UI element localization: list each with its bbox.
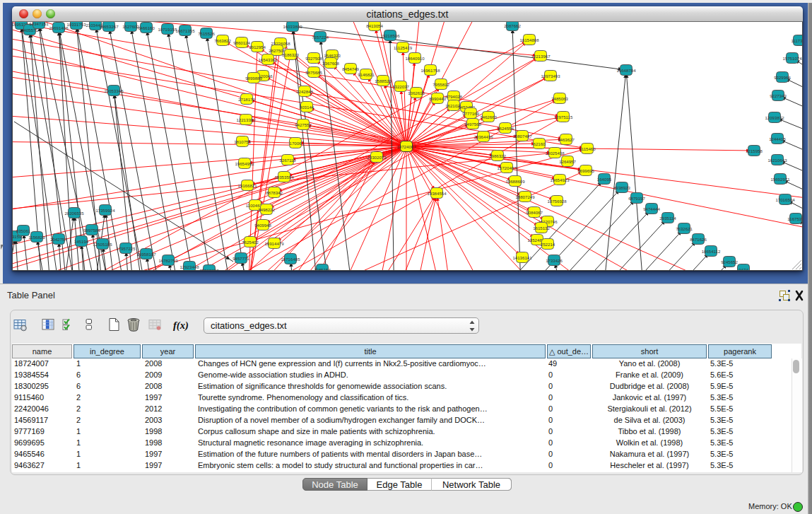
- svg-text:2367608: 2367608: [322, 61, 339, 66]
- svg-text:5322037: 5322037: [392, 84, 409, 89]
- svg-text:10025438: 10025438: [545, 151, 565, 156]
- svg-text:10719155: 10719155: [158, 27, 177, 32]
- svg-text:14136141: 14136141: [512, 255, 532, 260]
- svg-text:9699695: 9699695: [577, 168, 594, 173]
- svg-text:7515526: 7515526: [198, 31, 215, 36]
- svg-text:1167533: 1167533: [787, 216, 803, 221]
- svg-text:3267110: 3267110: [279, 158, 296, 163]
- svg-text:8454749: 8454749: [342, 66, 359, 71]
- svg-text:17016504: 17016504: [775, 197, 795, 202]
- svg-text:3498222: 3498222: [258, 207, 275, 212]
- svg-text:16033809: 16033809: [283, 24, 302, 29]
- svg-text:1156829: 1156829: [28, 235, 45, 240]
- svg-text:23302073: 23302073: [367, 155, 387, 160]
- svg-text:1615132: 1615132: [533, 226, 550, 230]
- svg-text:8938923: 8938923: [613, 185, 630, 190]
- svg-text:6497568: 6497568: [464, 122, 481, 127]
- svg-text:10688609: 10688609: [505, 179, 525, 184]
- svg-text:9777169: 9777169: [462, 111, 479, 116]
- svg-text:2935114: 2935114: [659, 216, 676, 221]
- svg-text:145194: 145194: [74, 239, 89, 244]
- svg-text:164095: 164095: [597, 177, 612, 182]
- svg-text:9329966: 9329966: [774, 75, 791, 80]
- svg-text:9997586: 9997586: [83, 228, 100, 233]
- svg-text:10756928: 10756928: [547, 199, 567, 204]
- svg-text:6879197: 6879197: [628, 196, 645, 201]
- svg-text:7986322: 7986322: [489, 153, 506, 158]
- svg-text:9474444: 9474444: [643, 206, 660, 211]
- svg-text:12505185: 12505185: [93, 242, 112, 247]
- svg-text:10654112: 10654112: [702, 249, 721, 254]
- svg-text:10973493: 10973493: [541, 74, 560, 78]
- svg-text:f(x): f(x): [173, 320, 189, 332]
- svg-text:17359924: 17359924: [95, 208, 115, 213]
- svg-text:16671355: 16671355: [175, 28, 195, 33]
- svg-text:11125419: 11125419: [394, 45, 413, 50]
- svg-text:16961758: 16961758: [420, 68, 440, 73]
- svg-text:19654923: 19654923: [550, 177, 570, 182]
- svg-text:9860124: 9860124: [233, 40, 250, 45]
- svg-text:9427552: 9427552: [295, 122, 312, 127]
- svg-text:9242848: 9242848: [296, 89, 313, 94]
- svg-text:10653267: 10653267: [99, 24, 119, 29]
- svg-text:9457771: 9457771: [233, 256, 249, 261]
- svg-text:18724007: 18724007: [396, 144, 416, 149]
- svg-text:16782759: 16782759: [158, 258, 178, 263]
- svg-text:803144: 803144: [300, 105, 314, 110]
- svg-text:1733426: 1733426: [546, 258, 563, 263]
- svg-text:15692971: 15692971: [770, 177, 790, 182]
- svg-text:18353594: 18353594: [274, 175, 294, 180]
- svg-text:9409948: 9409948: [254, 223, 271, 228]
- svg-text:12213382: 12213382: [236, 117, 256, 122]
- svg-text:7625402: 7625402: [242, 240, 259, 245]
- svg-text:20364436: 20364436: [473, 134, 493, 139]
- svg-text:7632621: 7632621: [676, 226, 693, 231]
- svg-text:19218506: 19218506: [380, 33, 400, 38]
- svg-text:3215958: 3215958: [746, 148, 763, 153]
- svg-text:20691406: 20691406: [49, 25, 69, 30]
- svg-text:9245652: 9245652: [721, 259, 738, 264]
- svg-text:19384554: 19384554: [427, 191, 447, 196]
- svg-text:19654952: 19654952: [235, 161, 254, 166]
- svg-text:15716485: 15716485: [281, 257, 300, 262]
- svg-text:20206535: 20206535: [64, 211, 84, 216]
- svg-text:16543362: 16543362: [258, 57, 278, 62]
- svg-text:2087662: 2087662: [504, 23, 521, 28]
- svg-text:1810755: 1810755: [234, 139, 251, 144]
- svg-text:9899889: 9899889: [245, 76, 262, 81]
- svg-text:12213967: 12213967: [531, 54, 551, 59]
- svg-text:8186323: 8186323: [282, 52, 299, 57]
- svg-text:7955812: 7955812: [433, 82, 449, 87]
- svg-text:6466160: 6466160: [138, 25, 155, 30]
- svg-text:12093872: 12093872: [765, 115, 784, 120]
- svg-text:5875685: 5875685: [305, 70, 322, 75]
- svg-text:10347151: 10347151: [29, 22, 49, 26]
- svg-text:10331753: 10331753: [66, 22, 86, 27]
- svg-text:9227343: 9227343: [770, 93, 787, 98]
- svg-text:2718170: 2718170: [238, 97, 255, 102]
- svg-text:17006: 17006: [290, 141, 302, 146]
- svg-text:16648784: 16648784: [616, 68, 636, 73]
- svg-text:12923448: 12923448: [180, 264, 199, 269]
- svg-text:1362615: 1362615: [408, 90, 425, 95]
- svg-text:8878342: 8878342: [266, 190, 283, 195]
- svg-text:9463627: 9463627: [558, 137, 575, 142]
- svg-text:252214: 252214: [541, 242, 555, 247]
- svg-text:18640910: 18640910: [405, 56, 425, 61]
- svg-text:16958107: 16958107: [136, 252, 156, 257]
- svg-text:62160: 62160: [534, 141, 546, 146]
- svg-text:18807249: 18807249: [515, 194, 535, 199]
- svg-text:12975115: 12975115: [554, 115, 573, 119]
- svg-text:10807487: 10807487: [512, 134, 532, 139]
- svg-text:20053346: 20053346: [104, 88, 124, 93]
- svg-text:9084067: 9084067: [526, 210, 543, 215]
- svg-text:7663822: 7663822: [214, 38, 231, 43]
- svg-text:1588520: 1588520: [375, 78, 392, 83]
- svg-text:19166821: 19166821: [237, 183, 257, 188]
- svg-text:8471626: 8471626: [690, 237, 707, 242]
- svg-text:7462663: 7462663: [480, 115, 497, 119]
- svg-text:16914479: 16914479: [264, 241, 284, 246]
- svg-text:3624554: 3624554: [497, 126, 514, 131]
- svg-text:8990443: 8990443: [429, 96, 446, 101]
- svg-text:1117399: 1117399: [792, 38, 803, 43]
